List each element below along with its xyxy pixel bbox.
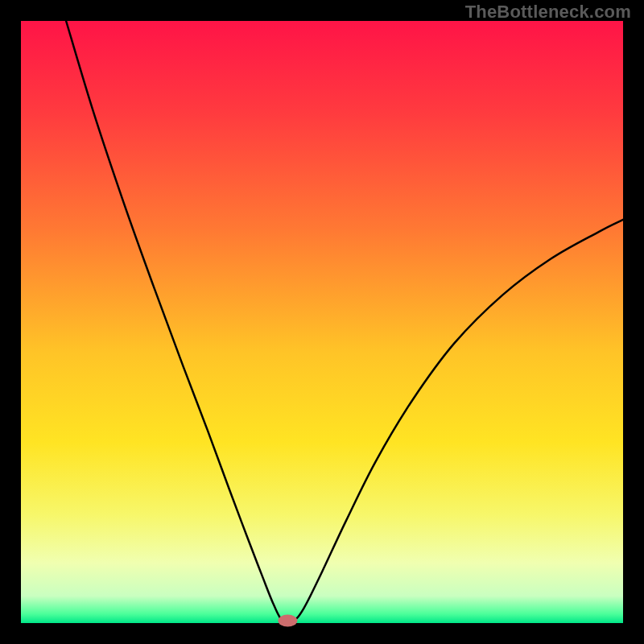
watermark-text: TheBottleneck.com [465,2,631,23]
chart-frame: TheBottleneck.com [0,0,644,644]
gradient-background [21,21,623,623]
optimal-marker [278,615,297,627]
bottleneck-chart [0,0,644,644]
